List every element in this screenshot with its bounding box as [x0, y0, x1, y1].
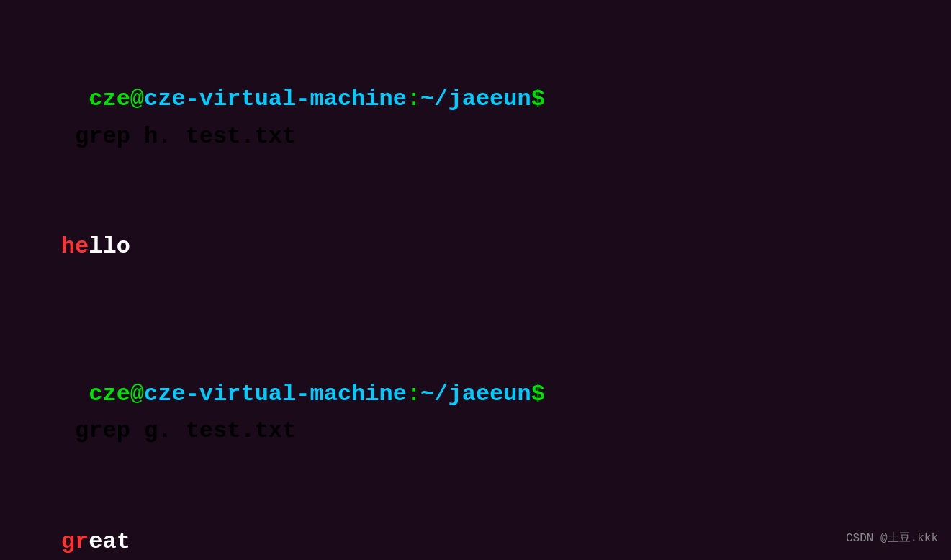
- prompt-path-3: ~/jaeeun: [420, 381, 531, 407]
- prompt-dollar-1: $: [531, 86, 545, 112]
- terminal-line-2: hello: [6, 191, 945, 302]
- match-red-4: gr: [61, 528, 89, 555]
- prompt-user-1: cze: [89, 86, 130, 112]
- terminal-line-3: cze@cze-virtual-machine:~/jaeeun$ grep g…: [6, 302, 945, 487]
- command-3: grep g. test.txt: [61, 417, 296, 444]
- prompt-at-1: @: [130, 86, 144, 112]
- match-rest-2: llo: [89, 233, 130, 260]
- terminal: cze@cze-virtual-machine:~/jaeeun$ grep h…: [6, 7, 945, 553]
- match-red-2: he: [61, 233, 89, 260]
- prompt-colon-1: :: [407, 86, 420, 112]
- terminal-line-4: great: [6, 486, 945, 560]
- terminal-line-1: cze@cze-virtual-machine:~/jaeeun$ grep h…: [6, 7, 945, 191]
- prompt-host-1: cze-virtual-machine: [144, 86, 407, 112]
- prompt-path-1: ~/jaeeun: [420, 86, 531, 112]
- match-rest-4: eat: [89, 528, 130, 555]
- watermark: CSDN @土豆.kkk: [846, 530, 938, 548]
- prompt-host-3: cze-virtual-machine: [144, 381, 407, 407]
- prompt-at-3: @: [130, 381, 144, 407]
- prompt-user-3: cze: [89, 381, 130, 407]
- prompt-dollar-3: $: [531, 381, 545, 407]
- prompt-colon-3: :: [407, 381, 420, 407]
- command-1: grep h. test.txt: [61, 123, 296, 150]
